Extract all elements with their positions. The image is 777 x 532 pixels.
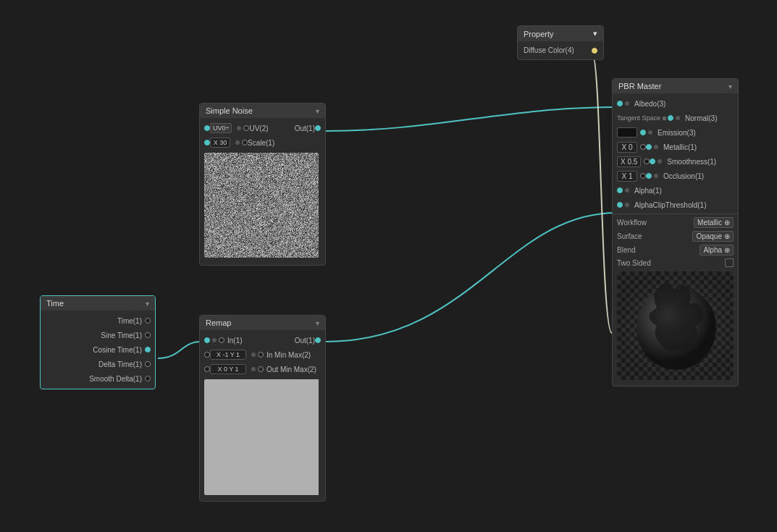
normal-port[interactable] [668,115,673,121]
in-min-max-dot [251,352,256,357]
scale-label: Scale(1) [248,139,274,147]
scale-dot [235,140,240,145]
delta-time-port[interactable] [145,361,151,367]
simple-noise-node[interactable]: Simple Noise ▾ UV0÷ UV(2) Out(1) X 30 [199,103,326,266]
pbr-master-chevron: ▾ [728,83,732,90]
alpha-dot [625,188,629,193]
smoothness-dot [658,159,662,164]
uv-row: UV0÷ UV(2) Out(1) [200,121,325,135]
time-node-header[interactable]: Time ▾ [41,296,155,311]
in-min-max-row: X -1 Y 1 In Min Max(2) [200,347,325,362]
scale-row: X 30 Scale(1) [200,135,325,150]
smoothness-row: X 0.5 Smoothness(1) [613,154,738,169]
in-min-max-outer[interactable] [204,352,210,358]
out-min-max-outer[interactable] [204,366,210,372]
noise-preview-container [204,153,321,259]
remap-out-label: Out(1) [295,337,315,345]
smoothness-label: Smoothness(1) [667,158,716,166]
two-sided-checkbox[interactable] [725,258,734,267]
blend-dropdown[interactable]: Alpha ⊕ [700,245,734,256]
workflow-dropdown[interactable]: Metallic ⊕ [694,217,734,228]
occlusion-value[interactable]: X 1 [617,171,637,182]
remap-node[interactable]: Remap ▾ In(1) Out(1) X -1 Y 1 In Min Max… [199,315,326,502]
smoothness-value[interactable]: X 0.5 [617,156,641,167]
time-node-title: Time [46,299,64,308]
alpha-clip-row: AlphaClipThreshold(1) [613,198,738,212]
remap-header[interactable]: Remap ▾ [200,316,325,330]
metallic-label: Metallic(1) [663,143,697,151]
out-min-max-value[interactable]: X 0 Y 1 [210,364,246,374]
connection-noise-albedo [326,107,617,131]
cosine-time-row: Cosine Time(1) [41,342,155,357]
tangent-label: Tangent Space [617,114,660,122]
remap-out-port[interactable] [315,337,321,343]
time-output-port[interactable] [145,318,151,324]
out-min-max-row: X 0 Y 1 Out Min Max(2) [200,362,325,376]
metallic-port[interactable] [646,144,652,150]
alpha-clip-dot [625,203,629,207]
workflow-arrow: ⊕ [724,219,730,227]
scale-input-port-outer[interactable] [204,140,210,145]
alpha-clip-label: AlphaClipThreshold(1) [634,201,707,209]
surface-label: Surface [617,232,642,240]
time-node[interactable]: Time ▾ Time(1) Sine Time(1) Cosine Time(… [40,295,156,389]
in-min-max-value[interactable]: X -1 Y 1 [210,350,246,360]
occlusion-dot [654,174,658,178]
alpha-clip-port[interactable] [617,202,623,208]
remap-preview [204,379,319,495]
cosine-time-port[interactable] [145,347,151,352]
workflow-value: Metallic [697,219,722,227]
time-node-body: Time(1) Sine Time(1) Cosine Time(1) Delt… [41,311,155,389]
out-min-max-inner[interactable] [258,366,264,372]
albedo-port[interactable] [617,101,623,106]
remap-in-port[interactable] [204,337,210,343]
time-node-chevron: ▾ [146,300,149,308]
two-sided-label: Two Sided [617,259,651,267]
uv-input-port[interactable] [204,125,210,131]
simple-noise-chevron: ▾ [316,107,319,115]
property-header[interactable]: Property ▾ [518,26,603,41]
emission-port[interactable] [640,130,646,135]
diffuse-color-port[interactable] [592,48,597,54]
remap-in-inner[interactable] [219,337,224,343]
normal-dot [676,116,680,120]
property-body: Diffuse Color(4) [518,41,603,59]
blend-value: Alpha [703,246,722,254]
occlusion-inner[interactable] [640,173,646,179]
remap-in-label: In(1) [227,337,243,345]
smooth-delta-port[interactable] [145,376,151,381]
in-min-max-inner[interactable] [258,352,264,358]
pbr-master-node[interactable]: PBR Master ▾ Albedo(3) Tangent Space Nor… [612,78,739,387]
emission-label: Emission(3) [658,129,696,137]
smoothness-port[interactable] [650,159,655,164]
node-editor-canvas[interactable]: Time ▾ Time(1) Sine Time(1) Cosine Time(… [0,0,777,532]
tangent-inner[interactable] [663,117,666,120]
metallic-inner[interactable] [640,144,646,150]
cosine-time-label: Cosine Time(1) [93,346,142,354]
normal-row: Tangent Space Normal(3) [613,111,738,125]
property-title: Property [524,30,554,38]
property-node[interactable]: Property ▾ Diffuse Color(4) [517,25,604,60]
surface-dropdown[interactable]: Opaque ⊕ [692,231,734,242]
smooth-delta-row: Smooth Delta(1) [41,371,155,386]
sine-time-port[interactable] [145,332,151,338]
uv-inner-port[interactable] [243,125,249,131]
albedo-row: Albedo(3) [613,96,738,111]
blend-row: Blend Alpha ⊕ [613,243,738,257]
alpha-port[interactable] [617,187,623,193]
emission-swatch[interactable] [617,127,637,138]
smoothness-inner[interactable] [644,159,650,164]
pbr-master-body: Albedo(3) Tangent Space Normal(3) Emissi… [613,93,738,386]
simple-noise-header[interactable]: Simple Noise ▾ [200,104,325,118]
in-min-max-label: In Min Max(2) [266,351,311,359]
occlusion-port[interactable] [646,173,652,179]
metallic-value[interactable]: X 0 [617,142,637,153]
pbr-master-header[interactable]: PBR Master ▾ [613,79,738,93]
noise-out-port[interactable] [315,125,321,131]
scale-value[interactable]: X 30 [210,138,230,148]
normal-label: Normal(3) [685,114,717,122]
delta-time-row: Delta Time(1) [41,357,155,371]
scale-inner-port[interactable] [242,140,248,145]
metallic-row: X 0 Metallic(1) [613,140,738,154]
uv-value[interactable]: UV0÷ [210,123,232,133]
